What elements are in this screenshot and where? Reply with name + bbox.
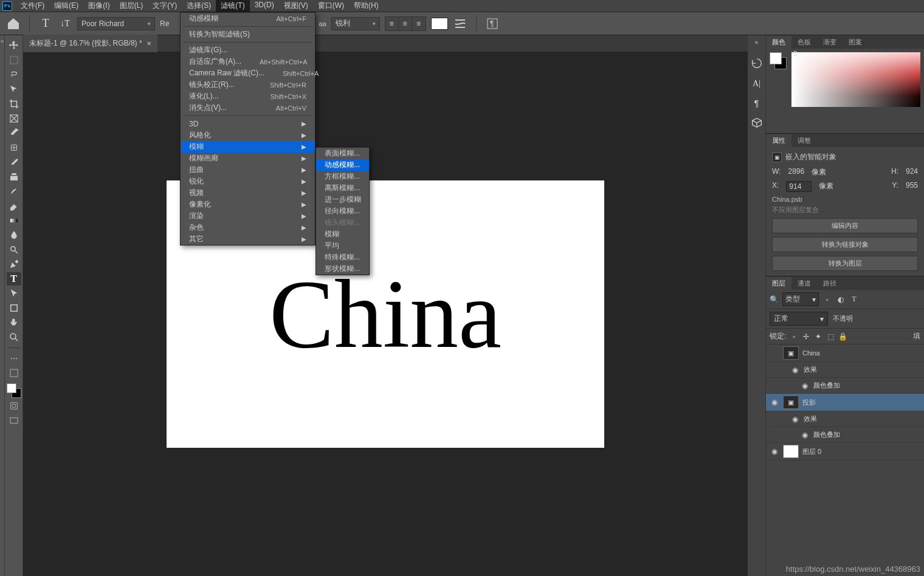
menu-item[interactable]: 图像(I) <box>83 0 114 12</box>
brush-tool[interactable] <box>7 156 21 169</box>
menu-item[interactable]: 其它▶ <box>181 233 315 245</box>
quick-select-tool[interactable] <box>7 83 21 96</box>
visibility-toggle[interactable]: ◉ <box>790 415 800 423</box>
character-panel-icon[interactable]: A| <box>750 77 764 91</box>
history-panel-icon[interactable] <box>750 58 764 71</box>
lock-full-icon[interactable]: 🔒 <box>838 332 847 341</box>
convert-layer-button[interactable]: 转换为图层 <box>772 256 918 271</box>
menu-item[interactable]: 图层(L) <box>115 0 148 12</box>
menu-item[interactable]: 选择(S) <box>182 0 216 12</box>
lock-pixels-icon[interactable]: ▫ <box>790 332 798 341</box>
submenu-item[interactable]: 高斯模糊... <box>316 182 369 194</box>
submenu-item[interactable]: 特殊模糊... <box>316 252 369 263</box>
menu-item[interactable]: 模糊画廊▶ <box>181 153 315 164</box>
menu-item[interactable]: 文件(F) <box>16 0 49 12</box>
blur-tool[interactable] <box>7 228 21 242</box>
3d-panel-icon[interactable] <box>750 116 764 129</box>
zoom-tool[interactable] <box>7 331 21 344</box>
filter-adjust-icon[interactable]: ◐ <box>836 295 846 304</box>
screen-mode-toggle[interactable] <box>7 414 21 427</box>
menu-item[interactable]: 帮助(H) <box>349 0 384 12</box>
paragraph-panel-icon[interactable]: ¶ <box>750 97 764 110</box>
document-tab[interactable]: 未标题-1 @ 16.7% (投影, RGB/8) * × <box>23 35 157 52</box>
submenu-item[interactable]: 动感模糊... <box>316 159 369 171</box>
menu-item[interactable]: 编辑(E) <box>49 0 83 12</box>
tab-channels[interactable]: 通道 <box>791 277 817 290</box>
healing-tool[interactable] <box>7 141 21 154</box>
tab-adjustments[interactable]: 调整 <box>791 134 817 147</box>
canvas-viewport[interactable]: China <box>23 52 748 576</box>
shape-tool[interactable] <box>7 301 21 315</box>
menu-item[interactable]: Camera Raw 滤镜(C)...Shift+Ctrl+A <box>181 67 315 79</box>
layer-row[interactable]: ◉效果 <box>766 411 924 427</box>
layer-filter-select[interactable]: 类型▾ <box>782 292 819 306</box>
collapse-strip[interactable]: » <box>0 35 5 576</box>
eyedropper-tool[interactable] <box>7 126 21 140</box>
menu-item[interactable]: 文字(Y) <box>148 0 182 12</box>
gradient-tool[interactable] <box>7 214 21 227</box>
menu-item[interactable]: 视图(V) <box>279 0 313 12</box>
antialias-select[interactable]: 锐利 ▾ <box>331 17 380 30</box>
visibility-toggle[interactable]: ◉ <box>790 366 800 374</box>
character-panel-icon[interactable]: ¶ <box>485 16 500 31</box>
align-center-button[interactable]: ≡ <box>399 17 412 30</box>
filter-pixel-icon[interactable]: ▫ <box>822 295 832 304</box>
tab-layers[interactable]: 图层 <box>766 277 791 290</box>
font-family-select[interactable]: Poor Richard ▾ <box>77 17 155 30</box>
menu-item[interactable]: 滤镜(T) <box>216 0 249 12</box>
layer-row[interactable]: ◉图层 0 <box>766 443 924 461</box>
tab-properties[interactable]: 属性 <box>766 134 791 147</box>
clone-tool[interactable] <box>7 170 21 183</box>
lock-all-icon[interactable]: ⬚ <box>826 332 835 341</box>
submenu-item[interactable]: 进一步模糊 <box>316 194 369 205</box>
visibility-toggle[interactable]: ◉ <box>770 398 779 406</box>
menu-item[interactable]: 视频▶ <box>181 187 315 199</box>
visibility-toggle[interactable]: ◉ <box>770 447 779 456</box>
tab-swatches[interactable]: 色板 <box>791 36 817 49</box>
color-picker-gradient[interactable]: D <box>791 52 920 107</box>
menu-item[interactable]: 3D(D) <box>250 0 279 12</box>
pen-tool[interactable] <box>7 258 21 271</box>
text-tool-icon[interactable]: T <box>38 16 53 31</box>
menu-item[interactable]: 3D▶ <box>181 118 315 129</box>
menu-item[interactable]: 自适应广角(A)...Alt+Shift+Ctrl+A <box>181 56 315 67</box>
filter-text-icon[interactable]: T <box>849 295 859 304</box>
move-tool[interactable] <box>7 39 21 52</box>
submenu-item[interactable]: 模糊 <box>316 228 369 240</box>
visibility-toggle[interactable]: ◉ <box>800 382 810 390</box>
lock-icon[interactable]: ✦ <box>814 332 822 341</box>
submenu-item[interactable]: 径向模糊... <box>316 205 369 217</box>
fg-bg-swatch[interactable] <box>770 52 787 69</box>
menu-item[interactable]: 模糊▶ <box>181 141 315 153</box>
menu-item[interactable]: 窗口(W) <box>313 0 349 12</box>
submenu-item[interactable]: 形状模糊... <box>316 263 369 275</box>
home-icon[interactable] <box>6 16 21 31</box>
layer-row[interactable]: ◉颜色叠加 <box>766 427 924 443</box>
type-tool[interactable]: T <box>7 272 21 286</box>
dodge-tool[interactable] <box>7 243 21 256</box>
lasso-tool[interactable] <box>7 68 21 81</box>
edit-toolbar[interactable] <box>7 366 21 380</box>
menu-item[interactable]: 风格化▶ <box>181 129 315 141</box>
tab-gradients[interactable]: 渐变 <box>817 36 843 49</box>
expand-panels-icon[interactable]: « <box>755 39 759 46</box>
more-tools[interactable]: ⋯ <box>7 352 21 365</box>
layer-row[interactable]: ◉颜色叠加 <box>766 378 924 394</box>
linked-file[interactable]: China.psb <box>772 196 918 203</box>
quick-mask-toggle[interactable] <box>7 399 21 413</box>
submenu-item[interactable]: 方框模糊... <box>316 171 369 182</box>
menu-item[interactable]: 锐化▶ <box>181 176 315 187</box>
layer-row[interactable]: ◉▣投影 <box>766 394 924 411</box>
warp-text-icon[interactable] <box>453 16 467 31</box>
menu-item[interactable]: 像素化▶ <box>181 199 315 210</box>
menu-item[interactable]: 动感模糊Alt+Ctrl+F <box>181 13 315 24</box>
menu-item[interactable]: 滤镜库(G)... <box>181 44 315 56</box>
crop-tool[interactable] <box>7 97 21 111</box>
history-brush-tool[interactable] <box>7 185 21 198</box>
text-orientation-icon[interactable]: ↓T <box>58 16 72 31</box>
layer-row[interactable]: ▣China <box>766 345 924 362</box>
layer-row[interactable]: ◉效果 <box>766 362 924 378</box>
menu-item[interactable]: 扭曲▶ <box>181 164 315 176</box>
foreground-background-colors[interactable] <box>7 383 21 398</box>
submenu-item[interactable]: 平均 <box>316 240 369 252</box>
